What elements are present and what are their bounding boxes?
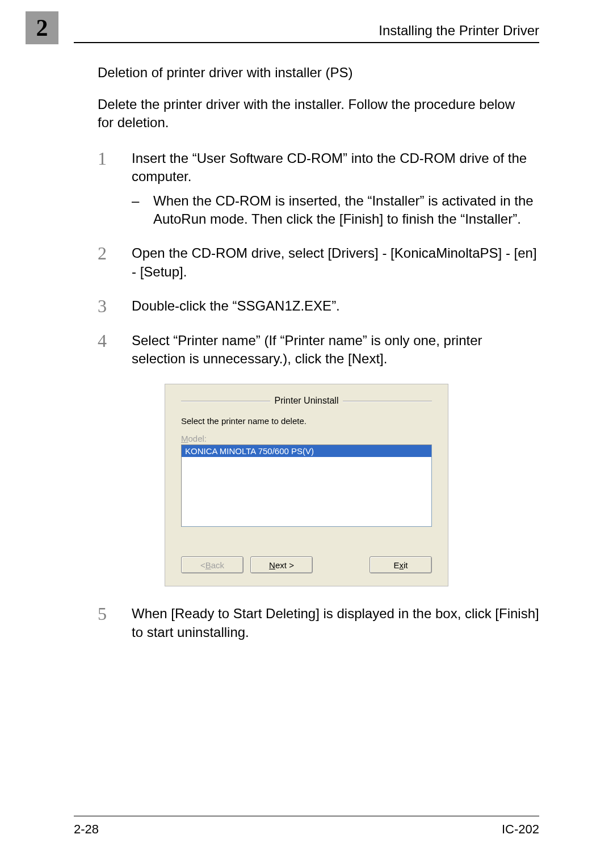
step-sub-text: When the CD-ROM is inserted, the “Instal… (153, 192, 539, 229)
dialog-instruction: Select the printer name to delete. (181, 416, 432, 426)
page-header: Installing the Printer Driver (74, 23, 539, 43)
footer-doc-code: IC-202 (502, 822, 539, 837)
step-text: Open the CD-ROM drive, select [Drivers] … (132, 244, 539, 281)
page-footer: 2-28 IC-202 (74, 816, 539, 837)
step-number: 5 (98, 605, 132, 641)
footer-page-number: 2-28 (74, 822, 99, 837)
bullet-dash: – (132, 192, 153, 229)
section-heading: Deletion of printer driver with installe… (98, 65, 539, 81)
dialog-screenshot: Printer Uninstall Select the printer nam… (74, 384, 539, 586)
dialog-button-row: < Back Next > Exit (181, 556, 432, 573)
step-text: Insert the “User Software CD-ROM” into t… (132, 149, 539, 186)
model-list-item-selected[interactable]: KONICA MINOLTA 750/600 PS(V) (182, 445, 431, 457)
header-title: Installing the Printer Driver (379, 23, 539, 39)
exit-button[interactable]: Exit (370, 556, 432, 573)
intro-paragraph: Delete the printer driver with the insta… (98, 95, 534, 132)
step-1: 1 Insert the “User Software CD-ROM” into… (98, 149, 539, 229)
next-button[interactable]: Next > (250, 556, 313, 573)
step-number: 4 (98, 332, 132, 368)
chapter-tab: 2 (26, 11, 58, 44)
step-5: 5 When [Ready to Start Deleting] is disp… (98, 605, 539, 641)
model-label: Model: (181, 434, 432, 443)
dialog-title: Printer Uninstall (270, 396, 343, 406)
step-sub-bullet: – When the CD-ROM is inserted, the “Inst… (132, 192, 539, 229)
step-3: 3 Double-click the “SSGAN1Z.EXE”. (98, 297, 539, 315)
step-4: 4 Select “Printer name” (If “Printer nam… (98, 332, 539, 368)
step-2: 2 Open the CD-ROM drive, select [Drivers… (98, 244, 539, 281)
step-number: 3 (98, 297, 132, 315)
step-number: 1 (98, 149, 132, 229)
printer-uninstall-dialog: Printer Uninstall Select the printer nam… (165, 384, 448, 586)
back-button: < Back (181, 556, 243, 573)
model-listbox[interactable]: KONICA MINOLTA 750/600 PS(V) (181, 445, 432, 527)
step-text: Double-click the “SSGAN1Z.EXE”. (132, 297, 539, 315)
step-number: 2 (98, 244, 132, 281)
step-body: Insert the “User Software CD-ROM” into t… (132, 149, 539, 229)
step-text: Select “Printer name” (If “Printer name”… (132, 332, 539, 368)
dialog-title-row: Printer Uninstall (181, 396, 432, 406)
page-content: Installing the Printer Driver Deletion o… (0, 0, 613, 641)
step-text: When [Ready to Start Deleting] is displa… (132, 605, 539, 641)
